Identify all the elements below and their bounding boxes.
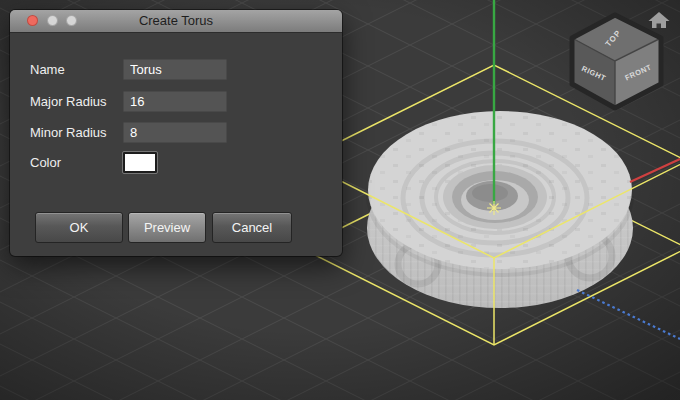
minor-radius-input[interactable] xyxy=(123,122,227,143)
dialog-title: Create Torus xyxy=(10,10,342,32)
name-input[interactable] xyxy=(123,59,227,80)
cancel-button[interactable]: Cancel xyxy=(212,212,292,243)
minor-radius-label: Minor Radius xyxy=(30,122,107,143)
color-label: Color xyxy=(30,152,61,173)
major-radius-label: Major Radius xyxy=(30,91,107,112)
name-label: Name xyxy=(30,59,65,80)
major-radius-input[interactable] xyxy=(123,91,227,112)
dialog-titlebar[interactable]: Create Torus xyxy=(10,10,342,33)
preview-button[interactable]: Preview xyxy=(128,212,206,243)
create-torus-dialog: Create Torus Name Major Radius Minor Rad… xyxy=(10,10,342,256)
color-swatch[interactable] xyxy=(123,152,157,173)
voxel-torus xyxy=(367,111,633,308)
ok-button[interactable]: OK xyxy=(35,212,123,243)
